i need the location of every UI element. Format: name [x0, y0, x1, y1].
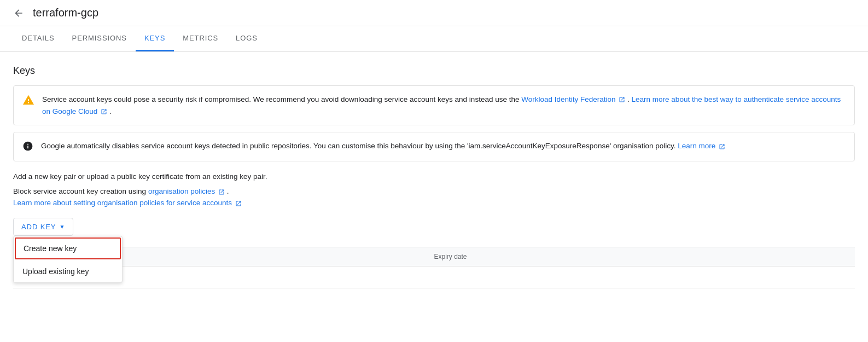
tab-permissions[interactable]: PERMISSIONS [63, 26, 136, 51]
learn-more-policy-link[interactable]: Learn more about setting organisation po… [13, 199, 242, 207]
tab-keys[interactable]: KEYS [136, 26, 174, 51]
main-content: Keys Service account keys could pose a s… [0, 52, 868, 302]
info-alert-text: Google automatically disables service ac… [41, 140, 725, 152]
tab-metrics[interactable]: METRICS [174, 26, 227, 51]
add-key-description: Add a new key pair or upload a public ke… [13, 172, 855, 181]
add-key-btn-container: ADD KEY ▼ Create new key Upload existing… [13, 218, 73, 236]
learn-more-policy-text: Learn more about setting organisation po… [13, 199, 855, 207]
keys-section-title: Keys [13, 65, 855, 77]
warning-alert-text: Service account keys could pose a securi… [42, 94, 846, 117]
warning-alert-box: Service account keys could pose a securi… [13, 85, 855, 125]
tabs-bar: DETAILS PERMISSIONS KEYS METRICS LOGS [0, 26, 868, 52]
tab-details[interactable]: DETAILS [13, 26, 63, 51]
add-key-button[interactable]: ADD KEY ▼ [13, 218, 73, 236]
keys-table-body [13, 266, 855, 288]
tab-logs[interactable]: LOGS [227, 26, 266, 51]
dropdown-arrow-icon: ▼ [59, 224, 65, 230]
header: terraform-gcp [0, 0, 868, 26]
block-policy-text: Block service account key creation using… [13, 187, 855, 195]
create-new-key-option[interactable]: Create new key [15, 237, 121, 259]
add-key-dropdown: Create new key Upload existing key [13, 236, 123, 283]
upload-existing-key-option[interactable]: Upload existing key [14, 260, 122, 282]
warning-triangle-icon [22, 94, 34, 108]
organisation-policies-link[interactable]: organisation policies [148, 187, 227, 195]
workload-identity-link[interactable]: Workload Identity Federation [521, 95, 627, 103]
info-alert-box: Google automatically disables service ac… [13, 132, 855, 161]
learn-more-auth-link[interactable]: Learn more about the best way to authent… [42, 95, 841, 115]
page-title: terraform-gcp [33, 7, 98, 19]
learn-more-link[interactable]: Learn more [678, 142, 725, 150]
info-circle-icon [22, 141, 33, 153]
back-button[interactable] [13, 8, 24, 19]
keys-table-header: Creation date Expiry date [13, 247, 855, 266]
column-expiry-date: Expiry date [434, 253, 847, 260]
